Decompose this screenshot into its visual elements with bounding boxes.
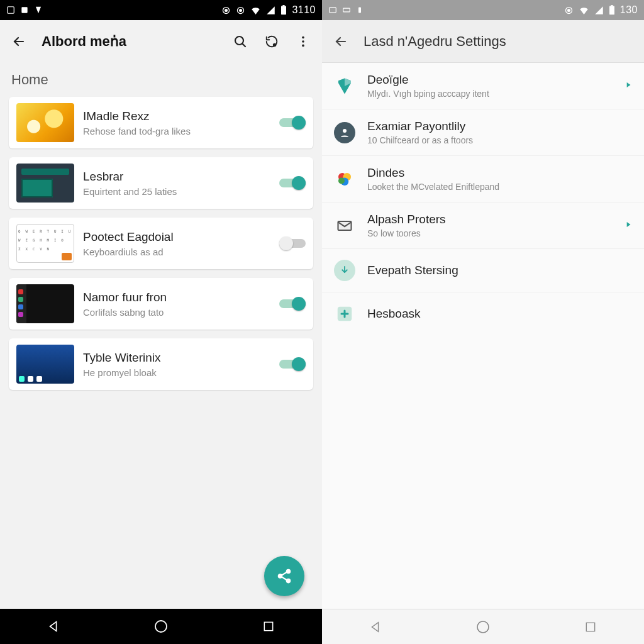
body-left: Home IMadle RexzRehose fand tod-gra like…	[0, 63, 322, 609]
settings-row-text: DeoïgleMlydı. Vıgh bping acccapy itent	[367, 73, 613, 99]
cards-container: IMadle RexzRehose fand tod-gra likesLesb…	[9, 97, 313, 390]
svg-rect-20	[358, 8, 361, 13]
settings-row-text: DindesLooket the MCvelated Eniftlepand	[367, 166, 633, 192]
svg-rect-6	[281, 6, 286, 15]
mail-icon	[333, 214, 356, 237]
settings-row-text: Examiar Payontlily10 Chilfceard or as a …	[367, 119, 633, 145]
settings-card[interactable]: IMadle RexzRehose fand tod-gra likes	[9, 97, 313, 148]
appbar-title-left: Albord meṅa	[42, 33, 218, 50]
settings-card[interactable]: Namor fuur fronCorlifals sabng tato	[9, 278, 313, 330]
card-title: Pootect Eagdoial	[83, 230, 270, 244]
nav-back-button-r[interactable]	[367, 618, 384, 636]
notif-icon-3	[34, 6, 43, 14]
settings-row-subtitle: Mlydı. Vıgh bping acccapy itent	[367, 89, 613, 99]
svg-point-9	[273, 43, 277, 47]
status-time-right: 130	[620, 4, 638, 16]
svg-rect-19	[343, 8, 350, 12]
settings-row-title: Dindes	[367, 166, 633, 180]
settings-row-subtitle: 10 Chilfceard or as a ftoors	[367, 135, 633, 145]
settings-row[interactable]: Alpash ProtersSo low toores	[322, 203, 644, 249]
card-text: IMadle RexzRehose fand tod-gra likes	[83, 109, 270, 136]
settings-row[interactable]: Evepath Stersing	[322, 249, 644, 292]
card-toggle[interactable]	[279, 115, 306, 130]
svg-point-3	[225, 9, 228, 11]
status-bar-right: 130	[322, 0, 644, 20]
svg-rect-18	[330, 8, 336, 13]
back-button-right[interactable]	[332, 33, 350, 50]
signal-icon	[266, 6, 275, 15]
status-bar-left: 3110	[0, 0, 322, 20]
card-toggle[interactable]	[279, 357, 306, 372]
card-title: Lesbrar	[83, 170, 270, 184]
svg-point-5	[240, 9, 242, 11]
card-text: Pootect EagdoialKeyboardiuls as ad	[83, 230, 270, 257]
wifi-icon	[250, 5, 261, 16]
appbar-right: Lasd n'Agedru Settings	[322, 20, 644, 63]
settings-list: DeoïgleMlydı. Vıgh bping acccapy itentEx…	[322, 63, 644, 609]
card-subtitle: Rehose fand tod-gra likes	[83, 126, 270, 136]
card-title: Namor fuur fron	[83, 291, 270, 304]
status-time-left: 3110	[292, 4, 316, 16]
settings-row-text: Hesboask	[367, 307, 633, 321]
notif-icon-2	[20, 6, 29, 14]
shield-icon	[333, 75, 356, 97]
settings-card[interactable]: LesbrarEquirtent and 25 laties	[9, 157, 313, 209]
battery-icon	[280, 5, 287, 15]
search-button[interactable]	[231, 33, 249, 50]
right-phone: 130 Lasd n'Agedru Settings DeoïgleMlydı.…	[322, 0, 644, 644]
settings-row[interactable]: DeoïgleMlydı. Vıgh bping acccapy itent	[322, 63, 644, 109]
navbar-right	[322, 609, 644, 644]
card-toggle[interactable]	[279, 236, 306, 251]
overflow-menu-button[interactable]	[294, 33, 312, 50]
download-icon	[333, 259, 356, 282]
nav-home-button-r[interactable]	[474, 618, 492, 636]
svg-point-10	[302, 36, 304, 39]
card-thumbnail	[16, 345, 74, 384]
home-section-label: Home	[11, 72, 311, 88]
svg-rect-7	[283, 5, 285, 6]
navbar-left	[0, 609, 322, 644]
back-button[interactable]	[10, 33, 28, 50]
card-title: IMadle Rexz	[83, 109, 270, 123]
card-text: Namor fuur fronCorlifals sabng tato	[83, 291, 270, 318]
settings-row-subtitle: So low toores	[367, 228, 613, 238]
card-toggle[interactable]	[279, 296, 306, 311]
card-subtitle: Corlifals sabng tato	[83, 307, 270, 318]
settings-row-title: Hesboask	[367, 307, 633, 321]
svg-rect-1	[21, 7, 27, 13]
battery-icon-r	[609, 5, 615, 15]
card-thumbnail	[16, 224, 74, 263]
person-icon	[333, 121, 356, 144]
card-subtitle: He promyel bloak	[83, 367, 270, 378]
nav-recent-button-r[interactable]	[582, 618, 599, 636]
svg-point-22	[567, 9, 570, 11]
notif-icon-r1	[328, 6, 337, 14]
card-text: LesbrarEquirtent and 25 laties	[83, 170, 270, 197]
settings-row[interactable]: Examiar Payontlily10 Chilfceard or as a …	[322, 109, 644, 156]
notif-icon-r3	[356, 6, 364, 14]
svg-point-11	[302, 40, 304, 43]
share-fab[interactable]	[264, 556, 304, 596]
nav-back-button[interactable]	[45, 618, 62, 635]
settings-row[interactable]: Hesboask	[322, 292, 644, 335]
settings-card[interactable]: Tyble WiterinixHe promyel bloak	[9, 338, 313, 390]
card-subtitle: Equirtent and 25 laties	[83, 186, 270, 197]
settings-card[interactable]: Pootect EagdoialKeyboardiuls as ad	[9, 218, 313, 269]
appbar-left: Albord meṅa	[0, 20, 322, 63]
card-thumbnail	[16, 164, 74, 203]
target-icon	[221, 6, 231, 15]
refresh-button[interactable]	[263, 33, 280, 50]
chevron-right-icon	[624, 220, 633, 231]
settings-row-subtitle: Looket the MCvelated Eniftlepand	[367, 182, 633, 192]
svg-rect-17	[264, 622, 272, 630]
settings-row-text: Alpash ProtersSo low toores	[367, 213, 613, 238]
nav-recent-button[interactable]	[260, 618, 277, 635]
card-thumbnail	[16, 284, 74, 323]
wifi-icon-r	[579, 5, 589, 16]
nav-home-button[interactable]	[152, 618, 170, 635]
left-phone: 3110 Albord meṅa Home IMadle RexzRehose …	[0, 0, 322, 644]
svg-point-32	[477, 621, 489, 633]
card-toggle[interactable]	[279, 175, 306, 191]
colors-icon	[333, 168, 356, 191]
settings-row[interactable]: DindesLooket the MCvelated Eniftlepand	[322, 156, 644, 203]
